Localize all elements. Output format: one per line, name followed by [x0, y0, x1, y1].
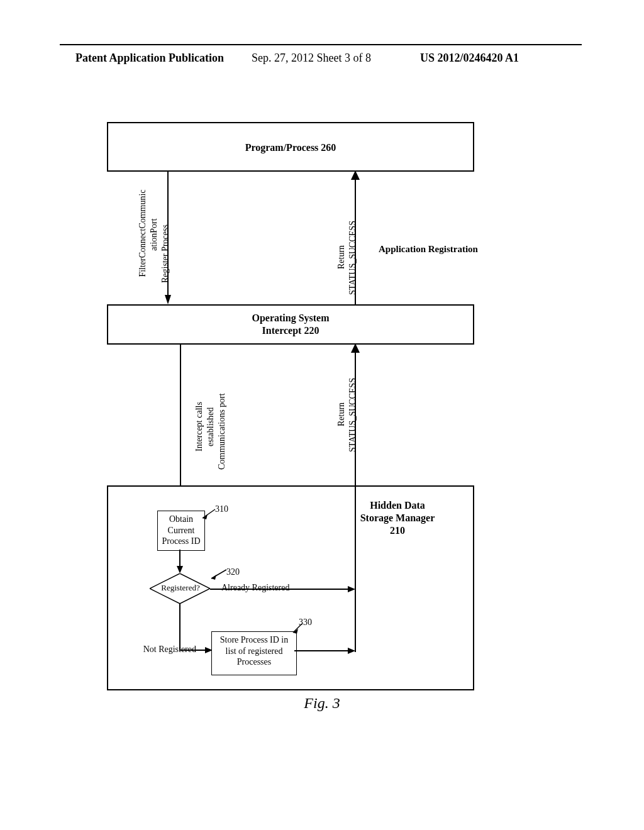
box-210-line2: Storage Manager — [360, 512, 435, 523]
svg-marker-1 — [165, 295, 171, 304]
arrow-label-intercept-2: established — [205, 407, 216, 446]
arrow-label-filterconnect-1: FilterConnectCommunic — [137, 174, 148, 293]
leader-320 — [209, 568, 228, 580]
header-left: Patent Application Publication — [75, 52, 224, 65]
arrow-label-filterconnect-3: Register Process — [160, 224, 171, 283]
svg-marker-14 — [211, 575, 216, 580]
arrow-label-return-lower-1: Return — [336, 402, 347, 426]
figure-3-diagram: Program/Process 260 FilterConnectCommuni… — [107, 122, 497, 688]
b330-l1: Store Process ID in — [220, 635, 289, 645]
b310-l2: Current — [168, 526, 195, 535]
svg-marker-9 — [203, 514, 208, 519]
ref-number-320: 320 — [226, 567, 240, 577]
arrow-label-return-lower-2: STATUS_SUCCESS — [347, 378, 358, 452]
b330-l3: Processes — [237, 657, 271, 667]
figure-caption: Fig. 3 — [0, 695, 644, 712]
arrow-330-to-return — [294, 648, 355, 654]
label-application-registration: Application Registration — [379, 244, 504, 255]
leader-310 — [200, 508, 216, 519]
box-store-process-id-330: Store Process ID in list of registered P… — [211, 631, 297, 675]
ref-number-310: 310 — [215, 504, 228, 514]
box-210-line3: 210 — [390, 525, 405, 536]
line-return-vertical-inside-210 — [353, 485, 357, 652]
label-not-registered: Not Registered — [136, 645, 196, 655]
patent-page: Patent Application Publication Sep. 27, … — [0, 0, 644, 830]
b330-l2: list of registered — [226, 646, 283, 656]
box-210-line1: Hidden Data — [370, 500, 425, 511]
header-right: US 2012/0246420 A1 — [420, 52, 519, 65]
box-obtain-current-process-id-310: Obtain Current Process ID — [157, 511, 205, 551]
box-220-line2: Intercept 220 — [262, 325, 319, 336]
arrow-label-intercept-1: Intercept calls — [194, 402, 205, 451]
svg-marker-11 — [177, 566, 183, 573]
arrow-310-to-decision — [177, 550, 183, 573]
decision-label: Registered? — [152, 583, 209, 593]
b310-l1: Obtain — [169, 514, 193, 524]
header-rule — [60, 44, 582, 45]
arrow-label-intercept-3: Communications port — [216, 393, 228, 470]
box-220-title: Operating System Intercept 220 — [108, 312, 473, 337]
leader-330 — [291, 622, 303, 635]
arrow-label-return-upper-1: Return — [336, 245, 347, 269]
svg-marker-7 — [351, 343, 360, 353]
b310-l3: Process ID — [162, 536, 200, 546]
arrow-label-return-upper-2: STATUS_SUCCESS — [347, 221, 358, 295]
box-220-line1: Operating System — [252, 313, 329, 323]
header-middle: Sep. 27, 2012 Sheet 3 of 8 — [252, 52, 371, 65]
box-210-title: Hidden Data Storage Manager 210 — [341, 499, 454, 537]
box-operating-system-intercept-220: Operating System Intercept 220 — [107, 304, 474, 345]
svg-marker-3 — [351, 170, 360, 180]
box-260-title: Program/Process 260 — [108, 142, 473, 153]
arrow-label-filterconnect-2: ationPort — [148, 194, 160, 275]
label-already-registered: Already Registered — [221, 583, 316, 593]
box-program-process-260: Program/Process 260 — [107, 122, 474, 172]
